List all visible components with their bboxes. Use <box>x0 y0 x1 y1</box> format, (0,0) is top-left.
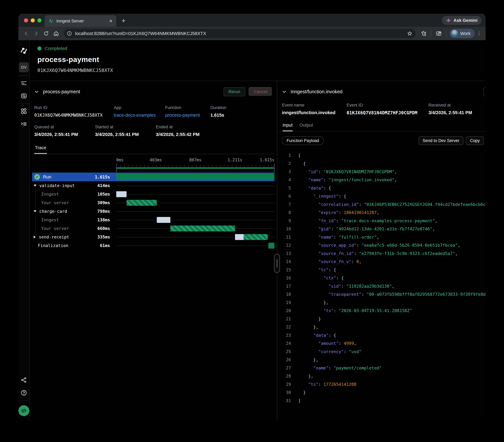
macos-close-button[interactable] <box>24 18 28 22</box>
chevron-down-icon[interactable] <box>34 89 39 94</box>
window-controls <box>24 18 41 22</box>
trace-span-bar[interactable] <box>170 225 235 231</box>
bookmark-star-icon[interactable] <box>405 29 414 38</box>
extensions-icon[interactable] <box>419 29 428 38</box>
line-number: 26 <box>280 357 291 362</box>
code-text: "ctx": { <box>298 275 344 280</box>
side-panel-search-icon[interactable] <box>434 29 443 38</box>
trace-span-bar[interactable] <box>244 234 268 240</box>
browser-menu-icon[interactable]: ⋮ <box>476 33 482 34</box>
trace-row-inngest[interactable]: Inngest105ms <box>32 190 274 198</box>
timeline-minimap[interactable] <box>116 167 274 169</box>
line-number: 23 <box>280 333 291 338</box>
trace-span-bar[interactable] <box>126 200 157 206</box>
trace-step-name: validate-input <box>32 183 84 188</box>
function-payload-pill[interactable]: Function Payload <box>282 136 324 145</box>
page-info-icon[interactable] <box>66 30 73 37</box>
trace-rows: ✓Run1.615svalidate-input414msInngest105m… <box>32 172 274 250</box>
copy-button[interactable]: Copy <box>466 136 484 145</box>
code-line: 12 "source_app_id": "eea6afc5-e66d-5b26-… <box>280 241 486 250</box>
trace-span-bar[interactable] <box>268 243 274 249</box>
chart-gridline <box>116 246 274 246</box>
trace-span-bar[interactable] <box>235 234 244 240</box>
caret-right-icon[interactable] <box>34 236 36 238</box>
terminal-icon[interactable] <box>19 119 28 128</box>
trace-row-inngest[interactable]: Inngest138ms <box>32 216 274 224</box>
trace-row-finalization[interactable]: Finalization61ms <box>32 241 274 250</box>
home-icon[interactable] <box>52 29 60 38</box>
trace-row-your-server[interactable]: Your server660ms <box>32 224 274 233</box>
code-text: } <box>298 390 306 395</box>
share-feedback-icon[interactable] <box>19 376 28 384</box>
cancel-button[interactable]: Cancel <box>249 87 272 96</box>
code-line: 31] <box>280 396 486 405</box>
sidebar-footer <box>18 401 29 421</box>
trace-span-bar[interactable] <box>157 217 170 223</box>
tab-close-icon[interactable]: ✕ <box>109 19 112 23</box>
browser-tab[interactable]: Inngest Server ✕ <box>45 15 116 27</box>
line-number: 24 <box>280 341 291 346</box>
code-line: 10 "gid": "4924bd12-13de-4201-a31e-fb7f4… <box>280 225 486 233</box>
trace-step-duration: 105ms <box>84 192 110 197</box>
ask-gemini-button[interactable]: Ask Gemini <box>442 16 482 25</box>
dev-mode-button[interactable] <box>18 405 29 416</box>
help-icon[interactable] <box>19 389 28 397</box>
back-icon[interactable] <box>22 29 31 38</box>
line-number: 2 <box>280 161 291 166</box>
tab-title: Inngest Server <box>56 19 106 23</box>
trace-row-your-server[interactable]: Your server309ms <box>32 198 274 207</box>
chevron-down-icon[interactable] <box>282 89 287 94</box>
invoke-button[interactable]: Invoke <box>484 87 486 96</box>
payload-json-viewer[interactable]: 1[2 {3 "id": "01KJX6Q7V81N4DMZ7HFJ0CGPDM… <box>277 149 486 421</box>
tab-output[interactable]: Output <box>300 122 313 131</box>
trace-row-charge-card[interactable]: charge-card798ms <box>32 207 274 216</box>
new-tab-button[interactable]: + <box>122 17 126 25</box>
ask-gemini-label: Ask Gemini <box>453 18 478 23</box>
line-number: 31 <box>280 398 291 403</box>
send-to-dev-server-button[interactable]: Send to Dev Server <box>419 136 464 145</box>
field-duration: Duration 1.615s <box>210 105 272 118</box>
trace-row-run[interactable]: ✓Run1.615s <box>32 172 274 181</box>
sidebar-divider <box>18 75 29 76</box>
trace-row-send-receipt[interactable]: send-receipt335ms <box>32 233 274 241</box>
code-text: "amount": 4999, <box>298 341 356 346</box>
macos-zoom-button[interactable] <box>37 18 41 22</box>
trace-span-bar[interactable] <box>116 191 126 197</box>
reload-icon[interactable] <box>42 29 51 38</box>
code-line: 1[ <box>280 151 486 159</box>
runs-list-icon[interactable] <box>19 79 28 87</box>
trace-span-bar[interactable] <box>116 174 274 180</box>
trace-chart-cell <box>116 198 274 207</box>
url-bar[interactable]: localhost:8288/run?runID=01KJX6Q7W64NMKM… <box>64 29 416 38</box>
event-search-icon[interactable] <box>19 92 28 100</box>
main-area: Completed process-payment 01KJX6Q7W64NMK… <box>30 40 486 421</box>
trace-chart-cell <box>116 172 274 181</box>
line-number: 13 <box>280 251 291 256</box>
code-text: { <box>298 161 306 166</box>
io-tabs: Input Output <box>277 122 486 132</box>
line-number: 5 <box>280 186 291 190</box>
code-line: 5 "data": { <box>280 184 486 192</box>
tab-strip: Inngest Server ✕ + Ask Gemini <box>18 14 486 27</box>
profile-chip[interactable]: Work <box>450 29 475 38</box>
tab-trace[interactable]: Trace <box>34 145 47 154</box>
rerun-button[interactable]: Rerun <box>223 87 245 96</box>
trace-row-validate-input[interactable]: validate-input414ms <box>32 181 274 190</box>
code-text: "source_fn_id": "e27943fe-f31b-5c9b-9323… <box>298 251 458 256</box>
sidebar-bottom <box>19 376 28 397</box>
apps-icon[interactable] <box>19 107 28 116</box>
forward-icon[interactable] <box>32 29 40 38</box>
line-number: 14 <box>280 259 291 264</box>
code-line: 22 }, <box>280 323 486 331</box>
event-name-title: inngest/function.invoked <box>291 89 342 95</box>
tab-input[interactable]: Input <box>283 122 293 131</box>
app-link[interactable]: trace-docs-examples <box>114 113 165 118</box>
caret-down-icon[interactable] <box>34 210 36 212</box>
chart-gridline <box>116 194 274 195</box>
caret-down-icon[interactable] <box>34 185 36 187</box>
url-text: localhost:8288/run?runID=01KJX6Q7W64NMKM… <box>75 31 405 36</box>
macos-minimize-button[interactable] <box>31 18 35 22</box>
function-link[interactable]: process-payment <box>165 113 210 118</box>
dev-env-badge[interactable]: DV <box>19 62 29 72</box>
line-number: 6 <box>280 194 291 199</box>
